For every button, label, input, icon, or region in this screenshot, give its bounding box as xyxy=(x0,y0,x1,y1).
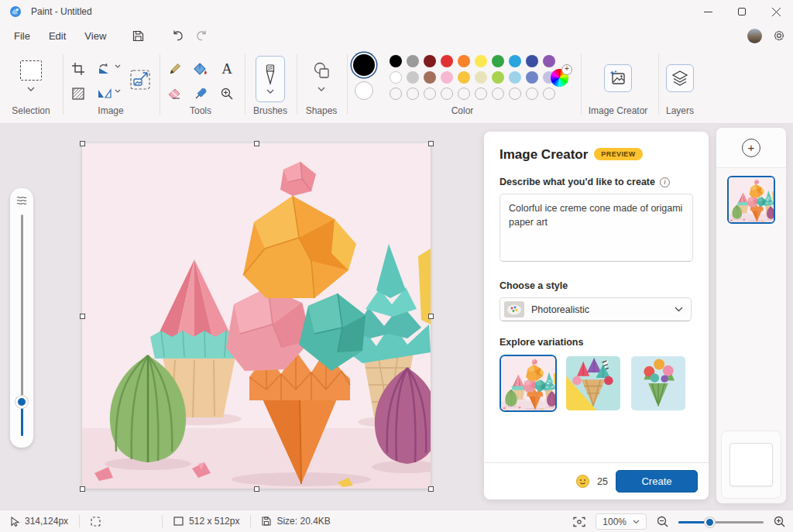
color-swatch[interactable] xyxy=(407,55,419,67)
flip-dropdown-chevron-icon[interactable] xyxy=(115,89,121,93)
selection-handle-e[interactable] xyxy=(428,314,434,319)
selection-dropdown-chevron-icon[interactable] xyxy=(27,87,35,91)
selection-handle-sw[interactable] xyxy=(80,486,85,492)
menu-file[interactable]: File xyxy=(5,26,39,46)
color-swatch[interactable] xyxy=(390,55,402,67)
resize-image-button[interactable] xyxy=(129,68,152,91)
create-button[interactable]: Create xyxy=(616,470,698,493)
color-swatch[interactable] xyxy=(458,71,470,84)
color-swatch[interactable] xyxy=(390,71,402,84)
close-button[interactable] xyxy=(759,0,793,23)
color-swatch[interactable] xyxy=(509,55,521,67)
undo-button[interactable] xyxy=(166,26,190,45)
color-swatch[interactable] xyxy=(441,71,453,84)
pencil-tool-button[interactable] xyxy=(164,59,184,79)
settings-gear-icon[interactable] xyxy=(773,29,785,42)
selection-tool-button[interactable] xyxy=(20,60,42,81)
credits-count: 25 xyxy=(597,476,608,487)
zoom-slider-thumb[interactable] xyxy=(705,517,715,527)
selection-handle-se[interactable] xyxy=(428,486,434,492)
fill-tool-button[interactable] xyxy=(191,59,211,79)
save-button[interactable] xyxy=(126,26,149,45)
color-swatch[interactable] xyxy=(492,55,504,67)
account-avatar[interactable] xyxy=(747,29,762,43)
color-swatch[interactable] xyxy=(458,55,470,67)
color-swatch-empty[interactable] xyxy=(526,88,538,100)
minimize-button[interactable] xyxy=(691,0,725,23)
variation-thumbnail-3[interactable] xyxy=(630,355,687,412)
color1-swatch[interactable] xyxy=(353,54,375,76)
color-swatch-empty[interactable] xyxy=(509,88,521,100)
layer-thumbnail-1[interactable] xyxy=(727,176,775,224)
flip-button[interactable] xyxy=(94,84,115,104)
color-swatch[interactable] xyxy=(424,71,436,84)
magnifier-tool-button[interactable] xyxy=(217,84,237,104)
style-selected-value: Photorealistic xyxy=(531,304,668,315)
cursor-icon xyxy=(11,517,19,527)
selection-handle-w[interactable] xyxy=(80,314,85,319)
maximize-button[interactable] xyxy=(725,0,759,23)
thickness-slider xyxy=(10,188,33,448)
color-swatch[interactable] xyxy=(492,71,504,84)
background-layer-thumbnail[interactable] xyxy=(729,443,773,486)
color-swatch[interactable] xyxy=(407,71,419,84)
menu-edit[interactable]: Edit xyxy=(39,26,75,46)
selection-handle-s[interactable] xyxy=(254,486,259,492)
rotate-button[interactable] xyxy=(94,59,115,79)
color-swatch[interactable] xyxy=(475,71,487,84)
text-tool-button[interactable]: A xyxy=(217,59,237,79)
window-title: Paint - Untitled xyxy=(31,6,92,17)
color-swatch[interactable] xyxy=(526,55,538,67)
resize-skew-icon xyxy=(72,88,84,100)
eyedropper-icon xyxy=(194,88,207,100)
variation-thumbnail-2[interactable] xyxy=(565,355,622,412)
color-swatch-empty[interactable] xyxy=(475,88,487,100)
color-swatch-empty[interactable] xyxy=(441,88,453,100)
zoom-level-dropdown[interactable]: 100% xyxy=(596,513,647,530)
zoom-out-button[interactable] xyxy=(657,516,668,527)
layers-button[interactable] xyxy=(666,64,694,92)
brushes-button[interactable] xyxy=(256,56,285,102)
color-swatch[interactable] xyxy=(543,55,555,67)
redo-button[interactable] xyxy=(190,26,213,45)
edit-colors-button[interactable] xyxy=(551,69,568,87)
eraser-tool-button[interactable] xyxy=(164,84,184,104)
color-swatch[interactable] xyxy=(509,71,521,84)
selection-handle-ne[interactable] xyxy=(428,141,434,146)
color-swatch[interactable] xyxy=(475,55,487,67)
color-swatch-empty[interactable] xyxy=(492,88,504,100)
shapes-dropdown-chevron-icon[interactable] xyxy=(318,87,325,91)
color-swatch[interactable] xyxy=(526,71,538,84)
crop-button[interactable] xyxy=(68,59,88,79)
variation-thumbnail-1[interactable] xyxy=(499,355,557,412)
fit-to-screen-button[interactable] xyxy=(573,517,585,527)
color-swatch[interactable] xyxy=(441,55,453,67)
add-layer-button[interactable]: + xyxy=(742,139,760,157)
info-icon[interactable]: i xyxy=(660,177,670,187)
rotate-dropdown-chevron-icon[interactable] xyxy=(115,64,121,68)
image-creator-button[interactable] xyxy=(604,64,632,92)
slider-grip-icon[interactable] xyxy=(16,195,27,204)
color-swatch-empty[interactable] xyxy=(458,88,470,100)
color-swatch-empty[interactable] xyxy=(407,88,419,100)
color-swatch[interactable] xyxy=(424,55,436,67)
prompt-textarea[interactable]: Colorful ice creme cone made of origami … xyxy=(499,194,693,262)
menu-view[interactable]: View xyxy=(75,26,115,46)
thickness-slider-thumb[interactable] xyxy=(15,396,28,408)
image-section-label: Image xyxy=(98,105,123,116)
zoom-in-button[interactable] xyxy=(774,516,785,527)
color-swatch-empty[interactable] xyxy=(543,88,555,100)
style-dropdown[interactable]: Photorealistic xyxy=(499,297,692,321)
color-swatch-empty[interactable] xyxy=(424,88,436,100)
eraser-icon xyxy=(168,88,181,100)
shapes-button[interactable] xyxy=(311,60,331,81)
drawing-canvas[interactable] xyxy=(82,143,431,489)
eyedropper-tool-button[interactable] xyxy=(191,84,211,104)
color-swatch-empty[interactable] xyxy=(390,88,402,100)
crop-icon xyxy=(72,63,84,75)
resize-skew-button[interactable] xyxy=(68,84,88,104)
selection-handle-nw[interactable] xyxy=(80,141,85,146)
color2-swatch[interactable] xyxy=(355,81,373,100)
zoom-slider[interactable] xyxy=(678,517,764,527)
selection-handle-n[interactable] xyxy=(254,141,259,146)
